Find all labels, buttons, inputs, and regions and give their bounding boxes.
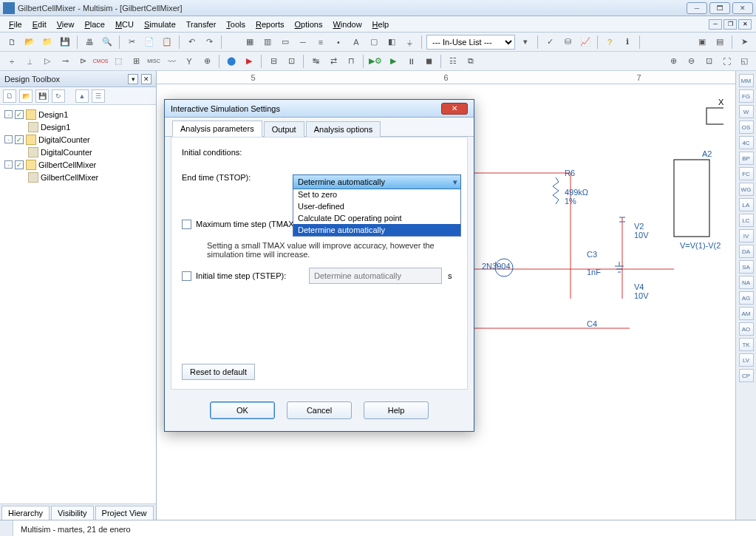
- tstep-input[interactable]: [309, 268, 442, 284]
- pause-icon[interactable]: ⏸: [403, 54, 418, 69]
- wattmeter-icon[interactable]: W: [739, 105, 754, 118]
- spectrum-icon[interactable]: SA: [739, 260, 754, 274]
- arrow-icon[interactable]: ➤: [737, 35, 752, 50]
- flag-icon[interactable]: ▶: [242, 54, 256, 69]
- print-preview-icon[interactable]: 🔍: [100, 35, 115, 50]
- cut-icon[interactable]: ✂: [124, 35, 139, 50]
- grid-icon[interactable]: ▦: [242, 35, 257, 50]
- misc-icon[interactable]: ⊞: [129, 54, 143, 69]
- distortion-icon[interactable]: DA: [739, 245, 754, 258]
- comment-icon[interactable]: ▢: [367, 35, 381, 50]
- menu-window[interactable]: Window: [328, 18, 366, 30]
- dropdown-option[interactable]: Set to zero: [293, 189, 460, 200]
- junction-icon[interactable]: •: [331, 35, 346, 50]
- component-icon[interactable]: ▭: [278, 35, 293, 50]
- logic-icon[interactable]: LA: [739, 198, 754, 211]
- tek-icon[interactable]: TK: [739, 338, 754, 351]
- menu-edit[interactable]: Edit: [28, 18, 51, 30]
- src-icon[interactable]: ÷: [4, 54, 19, 69]
- tree-check-icon[interactable]: ✓: [15, 135, 24, 144]
- reset-to-default-button[interactable]: Reset to default: [182, 364, 255, 380]
- stop-icon[interactable]: ◼: [421, 54, 436, 69]
- zoom-fit-icon[interactable]: ⛶: [719, 54, 734, 69]
- tree-row[interactable]: DigitalCounter: [1, 146, 154, 158]
- tree-row[interactable]: -✓Design1: [1, 108, 154, 121]
- dialog-tab-options[interactable]: Analysis options: [306, 121, 381, 137]
- tree-expander-icon[interactable]: -: [4, 110, 13, 118]
- zoom-in-icon[interactable]: ⊕: [666, 54, 681, 69]
- menu-transfer[interactable]: Transfer: [182, 18, 221, 30]
- zoom-area-icon[interactable]: ⊡: [701, 54, 716, 69]
- undo-icon[interactable]: ↶: [184, 35, 199, 50]
- run-icon[interactable]: ▶: [386, 54, 401, 69]
- sim1-icon[interactable]: ↹: [308, 54, 323, 69]
- mdi-minimize[interactable]: ─: [709, 19, 722, 30]
- save-icon[interactable]: 💾: [58, 35, 72, 50]
- menu-file[interactable]: File: [4, 18, 27, 30]
- tree-refresh-icon[interactable]: ↻: [52, 89, 65, 103]
- grid2-icon[interactable]: ▥: [260, 35, 275, 50]
- dropdown-option[interactable]: User-defined: [293, 200, 460, 212]
- open-icon[interactable]: 📂: [22, 35, 37, 50]
- menu-mcu[interactable]: MCU: [111, 18, 138, 30]
- panel-close-icon[interactable]: ✕: [141, 74, 151, 84]
- tree-check-icon[interactable]: ✓: [15, 110, 24, 119]
- agilent-os-icon[interactable]: AO: [739, 322, 754, 336]
- ok-button[interactable]: OK: [210, 401, 275, 419]
- mdi-close[interactable]: ✕: [738, 19, 752, 30]
- funcgen-icon[interactable]: FG: [739, 89, 754, 103]
- ttl-icon[interactable]: ⬚: [111, 54, 126, 69]
- dialog-tab-output[interactable]: Output: [264, 121, 304, 137]
- tab-hierarchy[interactable]: Hierarchy: [1, 506, 50, 520]
- sim3-icon[interactable]: ⊓: [344, 54, 358, 69]
- redo-icon[interactable]: ↷: [202, 35, 217, 50]
- multimeter-icon[interactable]: MM: [739, 74, 754, 87]
- print-icon[interactable]: 🖶: [82, 35, 97, 50]
- menu-simulate[interactable]: Simulate: [140, 18, 180, 30]
- tree-expander-icon[interactable]: -: [4, 135, 13, 143]
- layout1-icon[interactable]: ▣: [695, 35, 709, 50]
- maximize-button[interactable]: 🗖: [709, 2, 730, 14]
- graph-icon[interactable]: 📈: [578, 35, 593, 50]
- zoom-out-icon[interactable]: ⊖: [684, 54, 698, 69]
- tstep-checkbox-row[interactable]: Initial time step (TSTEP):: [182, 271, 303, 281]
- agilent-mm-icon[interactable]: AM: [739, 307, 754, 320]
- panel-pin-icon[interactable]: ▾: [128, 74, 138, 84]
- iv-icon[interactable]: IV: [739, 229, 754, 242]
- minimize-button[interactable]: ─: [687, 2, 707, 14]
- antenna-icon[interactable]: Y: [182, 54, 197, 69]
- check-icon[interactable]: ✓: [542, 35, 557, 50]
- basic-icon[interactable]: ⟂: [22, 54, 37, 69]
- design-tree[interactable]: -✓Design1Design1-✓DigitalCounterDigitalC…: [0, 105, 156, 503]
- tmax-checkbox[interactable]: [182, 220, 191, 229]
- tree-save-icon[interactable]: 💾: [35, 89, 49, 103]
- ground-icon[interactable]: ⏚: [402, 35, 417, 50]
- in-use-list-select[interactable]: --- In-Use List ---: [426, 35, 515, 50]
- sub-icon[interactable]: ⊡: [284, 54, 299, 69]
- hier-icon[interactable]: ⊟: [266, 54, 281, 69]
- menu-tools[interactable]: Tools: [222, 18, 250, 30]
- interactive-icon[interactable]: ▶⚙: [368, 54, 383, 69]
- open-project-icon[interactable]: 📁: [40, 35, 55, 50]
- dialog-close-button[interactable]: ✕: [441, 103, 468, 115]
- menu-view[interactable]: View: [52, 18, 79, 30]
- new-file-icon[interactable]: 🗋: [4, 35, 19, 50]
- tree-row[interactable]: -✓DigitalCounter: [1, 133, 154, 146]
- menu-reports[interactable]: Reports: [251, 18, 289, 30]
- tree-check-icon[interactable]: ✓: [15, 160, 24, 169]
- db-icon[interactable]: ⛁: [560, 35, 575, 50]
- dropdown-selected[interactable]: Determine automatically: [293, 174, 461, 189]
- menu-options[interactable]: Options: [290, 18, 327, 30]
- wordgen-icon[interactable]: WG: [739, 183, 754, 196]
- tstep-checkbox[interactable]: [182, 271, 191, 281]
- rf-icon[interactable]: 〰: [164, 54, 179, 69]
- bus-icon[interactable]: ≡: [313, 35, 328, 50]
- tab-visibility[interactable]: Visibility: [51, 506, 94, 520]
- tab-project-view[interactable]: Project View: [95, 506, 154, 520]
- postproc-icon[interactable]: ⧉: [463, 54, 478, 69]
- tree-list-icon[interactable]: ☰: [92, 89, 105, 103]
- tree-up-icon[interactable]: ▲: [75, 89, 89, 103]
- tree-new-icon[interactable]: 🗋: [3, 89, 16, 103]
- network-icon[interactable]: NA: [739, 276, 754, 289]
- tree-row[interactable]: Design1: [1, 121, 154, 133]
